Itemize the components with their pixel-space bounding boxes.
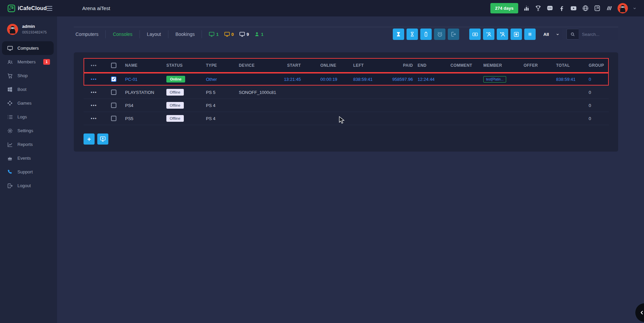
col-end[interactable]: END — [416, 63, 448, 68]
col-device[interactable]: DEVICE — [237, 63, 276, 68]
pc-install-icon — [100, 136, 106, 142]
chevron-down-icon — [556, 33, 559, 36]
member-badge[interactable]: test[Platin... — [483, 76, 506, 83]
col-member[interactable]: MEMBER — [481, 63, 522, 68]
tab-bookings[interactable]: Bookings — [168, 32, 202, 37]
console-name[interactable]: PS4 — [123, 103, 164, 108]
table-row[interactable]: PC-01 Online Other 13:21:45 00:00:19 838… — [84, 73, 609, 86]
col-type[interactable]: TYPE — [204, 63, 237, 68]
col-paid[interactable]: PAID — [387, 63, 416, 68]
gamepad-icon — [7, 100, 13, 106]
table-header-row: NAME STATUS TYPE DEVICE START ONLINE LEF… — [84, 58, 609, 73]
pause-button[interactable] — [524, 29, 536, 40]
computers-total-counter: 9 — [239, 31, 249, 37]
console-type: Other — [204, 77, 237, 82]
status-badge: Online — [166, 76, 185, 83]
admin-avatar[interactable] — [7, 24, 18, 35]
col-total[interactable]: TOTAL — [554, 63, 587, 68]
screenshot-icon — [513, 31, 520, 38]
status-counters: 1 0 9 1 — [209, 31, 263, 37]
col-start[interactable]: START — [276, 63, 318, 68]
row-menu-icon[interactable] — [91, 90, 97, 94]
session-end: 12:24:44 — [416, 77, 448, 82]
row-checkbox[interactable] — [111, 76, 116, 82]
col-name[interactable]: NAME — [123, 63, 164, 68]
ranking-icon[interactable] — [523, 5, 530, 12]
table-row[interactable]: PS5 Offline PS 4 0 — [84, 112, 609, 125]
tab-bar: Computers Consoles Layout Bookings 1 0 — [74, 27, 618, 41]
select-all-checkbox[interactable] — [111, 63, 116, 68]
sidebar-item-label: Boot — [17, 87, 26, 92]
layers-icon[interactable] — [605, 5, 613, 12]
row-menu-icon[interactable] — [91, 116, 97, 120]
facebook-icon[interactable] — [558, 5, 565, 12]
console-name[interactable]: PLAYSTATION — [123, 90, 164, 95]
session-paid: 958597.96 — [387, 77, 416, 82]
chevron-left-icon — [639, 310, 644, 315]
member-star-icon — [486, 31, 492, 38]
member-star-button[interactable] — [483, 29, 494, 40]
install-client-button[interactable] — [97, 133, 108, 145]
col-online[interactable]: ONLINE — [318, 63, 351, 68]
timer-outline-button[interactable] — [407, 29, 418, 40]
counter-value: 1 — [261, 32, 263, 37]
sidebar-item-settings[interactable]: Settings — [0, 124, 57, 138]
license-days-badge[interactable]: 274 days — [490, 3, 518, 13]
col-status[interactable]: STATUS — [164, 63, 204, 68]
search-input[interactable] — [579, 29, 618, 40]
sidebar-toggle-button[interactable] — [47, 5, 52, 12]
tab-computers[interactable]: Computers — [74, 32, 105, 37]
sidebar-item-reports[interactable]: Reports — [0, 138, 57, 151]
col-offer[interactable]: OFFER — [522, 63, 554, 68]
console-name[interactable]: PS5 — [123, 116, 164, 121]
user-name: admin — [22, 24, 47, 29]
battery-button[interactable] — [420, 29, 432, 40]
row-checkbox[interactable] — [111, 90, 116, 95]
website-icon[interactable] — [582, 5, 589, 12]
user-avatar[interactable] — [618, 3, 628, 13]
sidebar-item-label: Logout — [17, 183, 31, 188]
sidebar-item-events[interactable]: Events — [0, 151, 57, 165]
screenshot-button[interactable] — [511, 29, 522, 40]
table-row[interactable]: PS4 Offline PS 4 0 — [84, 99, 609, 112]
table-row[interactable]: PLAYSTATION Offline PS 5 SONOFF_1000c81a… — [84, 86, 609, 99]
col-comment[interactable]: COMMENT — [448, 63, 481, 68]
row-checkbox[interactable] — [111, 116, 116, 121]
tab-consoles[interactable]: Consoles — [106, 32, 139, 37]
sidebar-item-computers[interactable]: Computers — [2, 41, 54, 55]
header-menu-icon[interactable] — [91, 63, 97, 67]
console-name[interactable]: PC-01 — [123, 77, 164, 82]
member-add-button[interactable] — [497, 29, 508, 40]
list-icon — [7, 114, 13, 120]
sidebar-item-games[interactable]: Games — [0, 96, 57, 110]
row-checkbox[interactable] — [111, 103, 116, 108]
sidebar-item-members[interactable]: Members 1 — [0, 55, 57, 69]
cash-button[interactable] — [469, 29, 481, 40]
col-group[interactable]: GROUP — [587, 63, 609, 68]
monitor-icon — [7, 45, 13, 51]
sidebar-item-logs[interactable]: Logs — [0, 110, 57, 124]
row-menu-icon[interactable] — [91, 103, 97, 107]
youtube-icon[interactable] — [570, 5, 577, 12]
consoles-table-card: NAME STATUS TYPE DEVICE START ONLINE LEF… — [74, 52, 618, 152]
chevron-down-icon[interactable] — [633, 6, 637, 10]
sidebar-item-logout[interactable]: Logout — [0, 179, 57, 193]
col-left[interactable]: LEFT — [351, 63, 387, 68]
add-console-button[interactable]: + — [84, 133, 95, 145]
trophy-icon[interactable] — [535, 5, 542, 12]
app-logo[interactable]: iCafeCloud — [7, 4, 47, 12]
discord-icon[interactable] — [546, 5, 553, 12]
icafe-pay-icon[interactable] — [594, 5, 601, 12]
session-online: 00:00:19 — [318, 77, 351, 82]
console-type: PS 5 — [204, 90, 237, 95]
users-icon — [7, 59, 13, 65]
status-filter-select[interactable]: All — [540, 29, 562, 40]
sidebar-item-boot[interactable]: Boot — [0, 83, 57, 96]
checkout-button[interactable] — [448, 29, 459, 40]
timer-filled-button[interactable] — [393, 29, 404, 40]
alarm-button[interactable] — [434, 29, 445, 40]
row-menu-icon[interactable] — [91, 77, 97, 81]
sidebar-item-shop[interactable]: Shop — [0, 69, 57, 83]
tab-layout[interactable]: Layout — [140, 32, 168, 37]
sidebar-item-support[interactable]: Support — [0, 165, 57, 179]
